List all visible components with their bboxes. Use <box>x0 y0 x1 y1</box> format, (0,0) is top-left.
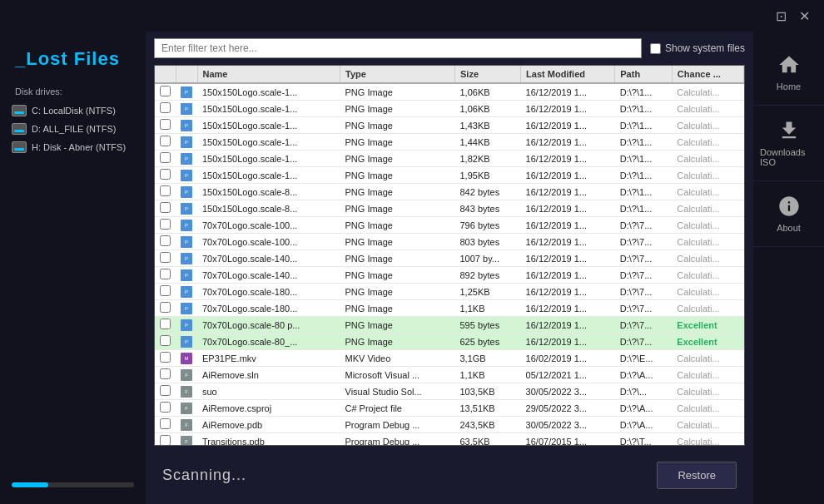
row-size: 892 bytes <box>455 267 521 284</box>
row-file-icon: P <box>176 300 197 317</box>
drive-h[interactable]: H: Disk - Abner (NTFS) <box>0 138 146 156</box>
close-button[interactable]: ✕ <box>792 4 816 27</box>
table-row[interactable]: P 150x150Logo.scale-1... PNG Image 1,06K… <box>155 83 744 101</box>
row-path: D:\?\7... <box>615 250 673 267</box>
row-check[interactable] <box>155 217 176 234</box>
drive-c[interactable]: C: LocalDisk (NTFS) <box>0 101 146 120</box>
restore-button[interactable]: ⊡ <box>769 4 792 27</box>
row-type: PNG Image <box>340 151 455 167</box>
row-chance: Calculati... <box>672 184 743 200</box>
row-path: D:\?\1... <box>615 151 673 167</box>
row-check[interactable] <box>155 250 176 267</box>
row-modified: 16/12/2019 1... <box>521 317 615 334</box>
row-size: 1,06KB <box>455 83 521 101</box>
row-path: D:\?\1... <box>615 167 673 184</box>
col-path[interactable]: Path <box>615 66 673 83</box>
row-modified: 16/12/2019 1... <box>521 167 615 184</box>
table-row[interactable]: F AiRemove.pdb Program Debug ... 243,5KB… <box>155 417 744 433</box>
row-path: D:\?\1... <box>615 200 673 217</box>
row-check[interactable] <box>155 267 176 284</box>
app-title-accent: F <box>74 48 86 69</box>
row-check[interactable] <box>155 200 176 217</box>
row-file-icon: P <box>176 167 197 184</box>
row-file-icon: P <box>176 334 197 350</box>
table-row[interactable]: P 70x70Logo.scale-100... PNG Image 796 b… <box>155 217 744 234</box>
row-file-icon: F <box>176 383 197 400</box>
row-modified: 16/12/2019 1... <box>521 83 615 101</box>
table-row[interactable]: P 150x150Logo.scale-1... PNG Image 1,43K… <box>155 117 744 134</box>
download-icon <box>777 119 801 142</box>
table-row[interactable]: P 150x150Logo.scale-1... PNG Image 1,95K… <box>155 167 744 184</box>
col-modified[interactable]: Last Modified <box>521 66 615 83</box>
row-check[interactable] <box>155 400 176 417</box>
row-name: suo <box>197 383 340 400</box>
restore-button[interactable]: Restore <box>657 462 737 489</box>
row-check[interactable] <box>155 334 176 350</box>
table-row[interactable]: P 70x70Logo.scale-100... PNG Image 803 b… <box>155 234 744 250</box>
row-type: Visual Studio Sol... <box>340 383 455 400</box>
show-system-files-checkbox[interactable] <box>650 43 661 54</box>
nav-item-about[interactable]: About <box>753 181 824 247</box>
row-check[interactable] <box>155 284 176 300</box>
row-check[interactable] <box>155 317 176 334</box>
row-check[interactable] <box>155 433 176 447</box>
table-row[interactable]: P 150x150Logo.scale-1... PNG Image 1,06K… <box>155 101 744 117</box>
row-type: Microsoft Visual ... <box>340 367 455 383</box>
row-modified: 16/12/2019 1... <box>521 250 615 267</box>
row-size: 1,1KB <box>455 300 521 317</box>
row-check[interactable] <box>155 300 176 317</box>
row-size: 1,82KB <box>455 151 521 167</box>
table-row[interactable]: F AiRemove.csproj C# Project file 13,51K… <box>155 400 744 417</box>
scan-progress-area <box>0 474 146 496</box>
table-row[interactable]: P 70x70Logo.scale-180... PNG Image 1,1KB… <box>155 300 744 317</box>
table-row[interactable]: P 70x70Logo.scale-80_... PNG Image 625 b… <box>155 334 744 350</box>
row-check[interactable] <box>155 101 176 117</box>
drive-d[interactable]: D: ALL_FILE (NTFS) <box>0 120 146 138</box>
table-row[interactable]: P 150x150Logo.scale-8... PNG Image 842 b… <box>155 184 744 200</box>
row-check[interactable] <box>155 367 176 383</box>
nav-item-home[interactable]: Home <box>753 40 824 106</box>
row-path: D:\?\1... <box>615 184 673 200</box>
table-row[interactable]: F Transitions.pdb Program Debug ... 63,5… <box>155 433 744 447</box>
row-name: AiRemove.pdb <box>197 417 340 433</box>
nav-item-downloads-iso[interactable]: Downloads ISO <box>753 106 824 181</box>
row-file-icon: M <box>176 350 197 367</box>
row-check[interactable] <box>155 167 176 184</box>
table-row[interactable]: P 150x150Logo.scale-8... PNG Image 843 b… <box>155 200 744 217</box>
row-modified: 16/12/2019 1... <box>521 267 615 284</box>
row-check[interactable] <box>155 134 176 151</box>
table-row[interactable]: P 70x70Logo.scale-180... PNG Image 1,25K… <box>155 284 744 300</box>
col-size[interactable]: Size <box>455 66 521 83</box>
table-row[interactable]: P 70x70Logo.scale-140... PNG Image 892 b… <box>155 267 744 284</box>
table-row[interactable]: P 150x150Logo.scale-1... PNG Image 1,82K… <box>155 151 744 167</box>
nav-about-label: About <box>777 223 801 233</box>
table-row[interactable]: P 70x70Logo.scale-80 p... PNG Image 595 … <box>155 317 744 334</box>
row-size: 625 bytes <box>455 334 521 350</box>
table-row[interactable]: M EP31PE.mkv MKV Video 3,1GB 16/02/2019 … <box>155 350 744 367</box>
filter-input[interactable] <box>154 38 642 58</box>
row-type: PNG Image <box>340 134 455 151</box>
row-check[interactable] <box>155 383 176 400</box>
row-chance: Calculati... <box>672 367 743 383</box>
table-row[interactable]: F AiRemove.sln Microsoft Visual ... 1,1K… <box>155 367 744 383</box>
table-row[interactable]: F suo Visual Studio Sol... 103,5KB 30/05… <box>155 383 744 400</box>
col-type[interactable]: Type <box>340 66 455 83</box>
row-check[interactable] <box>155 184 176 200</box>
row-check[interactable] <box>155 83 176 101</box>
row-check[interactable] <box>155 117 176 134</box>
col-name[interactable]: Name <box>197 66 340 83</box>
nav-home-label: Home <box>777 82 801 91</box>
table-row[interactable]: P 70x70Logo.scale-140... PNG Image 1007 … <box>155 250 744 267</box>
table-header-row: Name Type Size Last Modified Path Chance… <box>155 66 744 83</box>
table-row[interactable]: P 150x150Logo.scale-1... PNG Image 1,44K… <box>155 134 744 151</box>
row-modified: 16/12/2019 1... <box>521 200 615 217</box>
col-icon <box>176 66 197 83</box>
row-file-icon: F <box>176 433 197 447</box>
row-check[interactable] <box>155 417 176 433</box>
file-table-wrapper[interactable]: Name Type Size Last Modified Path Chance… <box>154 65 745 446</box>
row-chance: Calculati... <box>672 134 743 151</box>
row-check[interactable] <box>155 151 176 167</box>
col-chance[interactable]: Chance ... <box>672 66 743 83</box>
row-check[interactable] <box>155 350 176 367</box>
row-check[interactable] <box>155 234 176 250</box>
